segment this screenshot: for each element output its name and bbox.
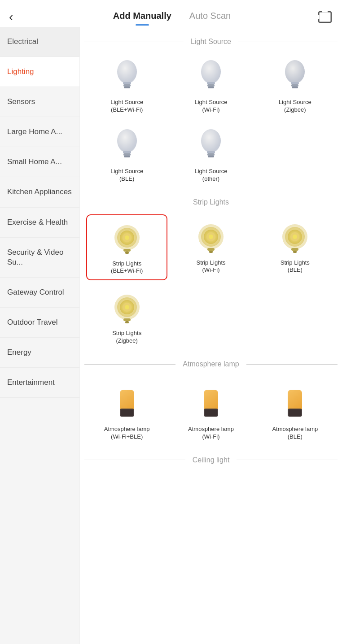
svg-rect-16 [123,151,131,153]
svg-rect-56 [205,409,217,416]
sidebar-item-security[interactable]: Security & Video Su... [0,238,79,278]
svg-rect-12 [291,82,299,84]
divider-left [84,42,184,42]
svg-point-15 [117,129,137,152]
device-atmos-ble[interactable]: Atmosphere lamp(BLE) [254,376,336,445]
sidebar-item-gateway[interactable]: Gateway Control [0,278,79,308]
sidebar-item-kitchen[interactable]: Kitchen Appliances [0,177,79,207]
device-light-source-other[interactable]: Light Source(other) [170,123,251,187]
sidebar-item-large-home[interactable]: Large Home A... [0,117,79,147]
svg-point-27 [125,235,129,240]
header-tabs: Add Manually Auto Scan [27,11,317,24]
svg-point-48 [125,305,129,309]
section-title-light-source: Light Source [188,38,234,46]
svg-rect-42 [291,248,298,251]
device-strip-zigbee[interactable]: Strip Lights(Zigbee) [86,285,167,349]
svg-rect-59 [289,409,301,416]
svg-rect-10 [208,87,214,88]
tab-add-manually[interactable]: Add Manually [113,11,171,24]
svg-rect-43 [293,251,297,253]
main-layout: Electrical Lighting Sensors Large Home A… [0,27,342,644]
label-strip-ble: Strip Lights(BLE) [281,259,310,274]
atmos-lamp-grid: Atmosphere lamp(Wi-Fi+BLE) Atmosphere la… [84,376,338,445]
divider-left-strip [84,202,186,202]
tab-auto-scan[interactable]: Auto Scan [189,11,231,24]
sidebar: Electrical Lighting Sensors Large Home A… [0,27,80,644]
device-atmos-wifi-ble[interactable]: Atmosphere lamp(Wi-Fi+BLE) [86,376,167,445]
sidebar-item-lighting[interactable]: Lighting [0,57,79,87]
svg-rect-35 [207,248,215,251]
svg-point-41 [293,235,297,239]
svg-rect-13 [291,84,298,87]
label-light-source-ble-wifi: Light Source(BLE+Wi-Fi) [110,99,143,114]
svg-rect-14 [292,87,298,88]
scan-icon-button[interactable] [317,9,333,25]
svg-rect-5 [123,84,131,87]
svg-rect-29 [125,252,129,254]
svg-rect-28 [123,249,131,252]
divider-left-atmos [84,364,175,365]
divider-right-ceiling [237,460,338,460]
svg-rect-9 [207,84,215,87]
device-strip-ble[interactable]: Strip Lights(BLE) [254,214,336,281]
sidebar-item-exercise[interactable]: Exercise & Health [0,208,79,238]
divider-right [238,42,338,42]
label-strip-ble-wifi: Strip Lights(BLE+Wi-Fi) [111,260,143,275]
svg-rect-4 [123,82,131,84]
svg-rect-50 [125,321,129,323]
divider-right-atmos [246,364,338,365]
section-title-atmos: Atmosphere lamp [180,360,241,368]
svg-point-34 [209,235,213,239]
section-title-ceiling: Ceiling light [190,456,232,464]
svg-point-7 [201,60,221,83]
section-header-light-source: Light Source [84,38,338,46]
svg-rect-22 [208,156,214,157]
svg-rect-53 [121,409,133,416]
device-strip-wifi[interactable]: Strip Lights(Wi-Fi) [170,214,251,281]
label-light-source-zigbee: Light Source(Zigbee) [279,99,311,114]
svg-rect-6 [124,87,130,88]
label-atmos-wifi-ble: Atmosphere lamp(Wi-Fi+BLE) [104,426,150,441]
section-header-strip-lights: Strip Lights [84,198,338,206]
label-light-source-other: Light Source(other) [194,168,227,183]
svg-rect-21 [207,153,215,156]
sidebar-item-sensors[interactable]: Sensors [0,87,79,117]
svg-point-19 [201,129,221,152]
section-title-strip-lights: Strip Lights [190,198,232,206]
device-light-source-ble-wifi[interactable]: Light Source(BLE+Wi-Fi) [86,54,167,118]
svg-rect-0 [319,12,331,22]
section-header-atmos: Atmosphere lamp [84,360,338,368]
label-strip-wifi: Strip Lights(Wi-Fi) [196,259,225,274]
svg-rect-17 [123,153,131,156]
sidebar-item-entertainment[interactable]: Entertainment [0,368,79,398]
strip-lights-grid: Strip Lights(BLE+Wi-Fi) [84,214,338,350]
label-strip-zigbee: Strip Lights(Zigbee) [112,330,141,345]
divider-right-strip [236,202,338,202]
svg-rect-20 [207,151,215,153]
label-atmos-wifi: Atmosphere lamp(Wi-Fi) [188,426,234,441]
label-light-source-wifi: Light Source(Wi-Fi) [194,99,227,114]
sidebar-item-outdoor[interactable]: Outdoor Travel [0,308,79,338]
svg-rect-18 [124,156,130,157]
device-light-source-zigbee[interactable]: Light Source(Zigbee) [254,54,336,118]
svg-rect-49 [123,318,131,321]
svg-rect-8 [207,82,215,84]
sidebar-item-energy[interactable]: Energy [0,338,79,368]
sidebar-item-electrical[interactable]: Electrical [0,27,79,57]
svg-point-11 [285,60,305,83]
light-source-grid: Light Source(BLE+Wi-Fi) Light S [84,54,338,187]
section-header-ceiling: Ceiling light [84,456,338,464]
divider-left-ceiling [84,460,185,460]
back-button[interactable]: ‹ [9,10,27,24]
svg-rect-36 [209,251,213,253]
label-light-source-ble: Light Source(BLE) [110,168,143,183]
label-atmos-ble: Atmosphere lamp(BLE) [272,426,318,441]
sidebar-item-small-home[interactable]: Small Home A... [0,147,79,177]
device-strip-ble-wifi[interactable]: Strip Lights(BLE+Wi-Fi) [86,214,167,281]
device-light-source-wifi[interactable]: Light Source(Wi-Fi) [170,54,251,118]
svg-point-3 [117,60,137,83]
content-area: Light Source Light S [80,27,342,644]
header: ‹ Add Manually Auto Scan [0,0,342,27]
device-light-source-ble[interactable]: Light Source(BLE) [86,123,167,187]
device-atmos-wifi[interactable]: Atmosphere lamp(Wi-Fi) [170,376,251,445]
